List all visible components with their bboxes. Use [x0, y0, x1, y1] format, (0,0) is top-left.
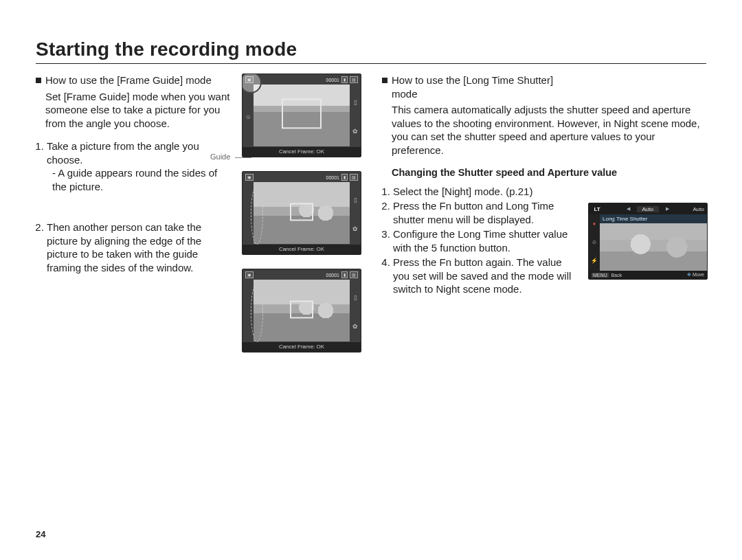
lt-back-label: Back	[611, 273, 622, 278]
right-step-2: Press the Fn button and Long Time shutte…	[393, 199, 578, 226]
card-icon: ▯	[354, 294, 357, 301]
camera-lcd-long-time-shutter: LT ◀ Auto ▶ Auto Long Time Shutter ● ☺	[588, 203, 708, 280]
dpad-icon: ✥	[687, 272, 691, 277]
lt-menu-title: Long Time Shutter	[603, 216, 647, 222]
lcd1-right-icons: ▯ ✿	[351, 88, 359, 146]
page-number: 24	[36, 529, 45, 539]
lcd2-bottom-bar: Cancel Frame: OK	[243, 245, 361, 254]
card-icon: ▯	[354, 197, 357, 203]
lt-sidebar-icons: ● ☺ ⚡	[589, 214, 600, 271]
battery-icon: ▥	[350, 174, 358, 181]
left-step-1-sub: A guide appears round the sides of the p…	[52, 166, 232, 193]
guide-frame-indicator	[251, 282, 263, 342]
right-step-3: Configure the Long Time shutter value wi…	[393, 227, 578, 254]
focus-frame-icon	[290, 300, 313, 318]
focus-frame-icon	[282, 98, 322, 128]
focus-frame-icon	[290, 203, 313, 221]
right-image-block: LT ◀ Auto ▶ Auto Long Time Shutter ● ☺	[588, 74, 709, 352]
camera-lcd-frame-guide-3: ▣ 00001 ▮ ▥ ▯ ✿ Cancel Frame: OK	[242, 269, 361, 352]
left-column: How to use the [Frame Guide] mode Set [F…	[36, 74, 363, 352]
lcd1-bottom-bar: Cancel Frame: OK	[243, 147, 361, 157]
right-step-1: Select the [Night] mode. (p.21)	[393, 185, 578, 199]
lcd1-left-icons: ☺	[244, 88, 252, 146]
lcd3-scene	[254, 280, 350, 341]
battery-icon: ▥	[350, 271, 358, 278]
guide-callout-label: Guide	[210, 153, 230, 161]
left-step-1-text: Take a picture from the angle you choose…	[47, 140, 199, 166]
left-intro: Set [Frame Guide] mode when you want som…	[45, 90, 232, 131]
lcd3-top-bar: ▣ 00001 ▮ ▥	[245, 271, 358, 278]
lcd3-bottom-bar: Cancel Frame: OK	[243, 342, 361, 352]
lt-move-label: Move	[693, 272, 704, 277]
shot-counter: 00001	[326, 273, 339, 278]
lt-scene	[600, 223, 707, 271]
lcd1-top-bar: ▣ 00001 ▮ ▥	[245, 76, 358, 83]
person-icon: ☺	[245, 113, 251, 120]
lt-auto-right: Auto	[693, 206, 704, 212]
page-title: Starting the recording mode	[36, 38, 706, 60]
title-rule	[36, 63, 706, 64]
lt-auto-option: Auto	[637, 206, 659, 212]
battery-icon: ▥	[350, 76, 358, 83]
shot-counter: 00001	[326, 175, 339, 180]
two-column-layout: How to use the [Frame Guide] mode Set [F…	[36, 74, 706, 352]
camera-lcd-frame-guide-2: ▣ 00001 ▮ ▥ ▯ ✿ Cancel Frame: OK	[242, 171, 361, 255]
quality-icon: ▮	[341, 271, 348, 278]
left-heading-line: How to use the [Frame Guide] mode	[36, 74, 232, 87]
right-heading-line: How to use the [Long Time Shutter] mode	[382, 74, 578, 100]
lcd2-right-icons: ▯ ✿	[351, 186, 359, 243]
portrait-icon: ☺	[592, 240, 597, 245]
mode-icon: ▣	[245, 271, 254, 278]
lcd1-scene	[254, 85, 350, 146]
flower-icon: ✿	[352, 225, 358, 232]
lcd2-top-bar: ▣ 00001 ▮ ▥	[245, 174, 358, 181]
left-image-stack: Guide ▣ 00001 ▮ ▥ ☺	[242, 74, 363, 352]
lt-bottom-bar: MENU Back ✥ Move	[589, 271, 707, 279]
square-bullet-icon	[382, 78, 387, 83]
square-bullet-icon	[36, 78, 41, 83]
record-icon: ●	[593, 221, 596, 227]
mode-icon: ▣	[245, 174, 254, 181]
left-text-block: How to use the [Frame Guide] mode Set [F…	[36, 74, 232, 352]
lt-mode-label: LT	[592, 206, 603, 212]
lcd2-scene	[254, 182, 350, 244]
left-heading: How to use the [Frame Guide] mode	[45, 74, 212, 87]
lcd3-right-icons: ▯ ✿	[351, 283, 359, 341]
right-column: How to use the [Long Time Shutter] mode …	[382, 74, 709, 352]
left-steps: Take a picture from the angle you choose…	[36, 139, 232, 274]
left-arrow-icon: ◀	[627, 206, 630, 212]
right-steps: Select the [Night] mode. (p.21) Press th…	[382, 185, 578, 296]
left-step-1: Take a picture from the angle you choose…	[47, 139, 232, 193]
menu-button-icon: MENU	[592, 273, 609, 278]
manual-page: Starting the recording mode How to use t…	[0, 0, 742, 560]
guide-frame-indicator	[251, 184, 263, 245]
flash-icon: ⚡	[591, 258, 598, 264]
lt-top-bar: LT ◀ Auto ▶ Auto	[589, 203, 707, 214]
right-step-4: Press the Fn button again. The value you…	[393, 256, 578, 296]
flower-icon: ✿	[352, 128, 358, 135]
lt-menu-title-bar: Long Time Shutter	[589, 214, 707, 223]
card-icon: ▯	[354, 99, 357, 106]
flower-icon: ✿	[352, 323, 358, 330]
lt-move: ✥ Move	[687, 272, 704, 278]
lt-back: MENU Back	[592, 273, 622, 278]
camera-lcd-frame-guide-1: ▣ 00001 ▮ ▥ ☺ ▯ ✿ Cancel Frame: OK	[242, 74, 361, 157]
right-heading: How to use the [Long Time Shutter] mode	[392, 74, 578, 100]
lt-value-selector: ◀ Auto ▶	[607, 206, 689, 212]
left-step-2: Then another person can take the picture…	[47, 221, 232, 274]
right-text-block: How to use the [Long Time Shutter] mode …	[382, 74, 578, 352]
quality-icon: ▮	[341, 76, 348, 83]
quality-icon: ▮	[341, 174, 348, 181]
shot-counter: 00001	[326, 78, 339, 82]
right-arrow-icon: ▶	[666, 206, 669, 212]
